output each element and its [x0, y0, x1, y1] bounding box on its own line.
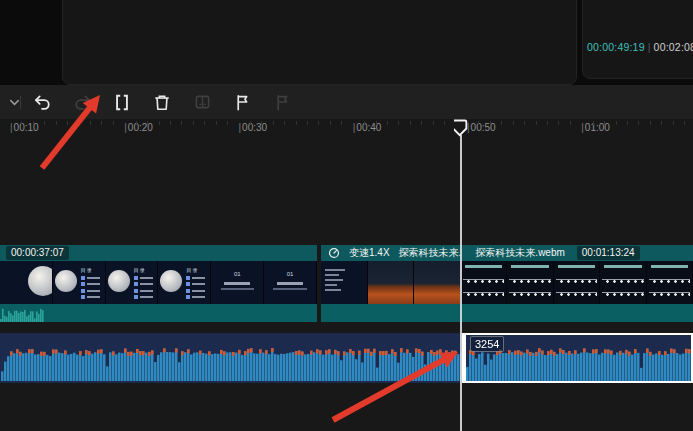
video-thumbnail-people: [507, 261, 554, 304]
clip-thumbnails: [321, 261, 693, 304]
ruler-label: |00:30: [239, 122, 268, 133]
speed-badge: 变速1.4X: [349, 246, 390, 260]
ruler-tick: [421, 121, 422, 125]
video-clip-2[interactable]: 变速1.4X探索科技未来.探索科技未来.webm00:01:13:24: [321, 245, 693, 322]
video-thumbnail-slide: 01: [264, 261, 317, 304]
ruler-tick: [21, 121, 22, 125]
ruler-tick: [536, 121, 537, 125]
ruler-tick: [558, 121, 559, 125]
ruler-tick: [227, 121, 228, 125]
ruler-tick: [296, 121, 297, 125]
ruler-tick: [216, 121, 217, 125]
ruler-tick: [627, 121, 628, 125]
video-thumbnail-toc: 目录: [158, 261, 211, 304]
redo-button[interactable]: [69, 89, 95, 115]
ruler-tick: [284, 121, 285, 125]
player-panel: [582, 0, 693, 79]
ruler-tick: [570, 121, 571, 125]
ruler-tick: [33, 121, 34, 125]
marker-flag-button[interactable]: [229, 89, 255, 115]
total-duration: 00:02:08: [654, 41, 693, 53]
ruler-tick: [593, 121, 594, 125]
ruler-tick: [661, 121, 662, 125]
ruler-tick: [638, 121, 639, 125]
video-editor-window: 00:00:49:19|00:02:08 |00:10|00:20|00:30|…: [0, 0, 693, 431]
ruler-tick: [56, 121, 57, 125]
ruler-tick: [444, 121, 445, 125]
video-thumbnail-toc: 目录: [53, 261, 106, 304]
ruler-tick: [193, 121, 194, 125]
ruler-tick: [673, 121, 674, 125]
video-thumbnail-desert: [414, 261, 461, 304]
tool-mode-chevron-button[interactable]: [1, 89, 27, 115]
time-ruler[interactable]: |00:10|00:20|00:30|00:40|00:50|01:00: [0, 119, 693, 141]
video-clip-1[interactable]: 00:00:37:07目录目录目录0101: [0, 245, 317, 322]
ruler-label: |00:50: [467, 122, 496, 133]
toolbar-separator: [20, 96, 21, 109]
marker-flag-alt-button[interactable]: [269, 89, 295, 115]
ruler-tick: [44, 121, 45, 125]
split-button[interactable]: [109, 89, 135, 115]
ruler-tick: [170, 121, 171, 125]
ruler-label: |00:40: [353, 122, 382, 133]
playhead-line[interactable]: [460, 135, 462, 431]
ruler-tick: [273, 121, 274, 125]
video-thumbnail-people: [461, 261, 508, 304]
ruler-tick: [501, 121, 502, 125]
video-thumbnail-people: [600, 261, 647, 304]
ruler-tick: [181, 121, 182, 125]
playhead-handle[interactable]: [454, 119, 468, 138]
ruler-tick: [101, 121, 102, 125]
ruler-tick: [364, 121, 365, 125]
video-thumbnail-slide: 01: [211, 261, 264, 304]
video-thumbnail-toc: 目录: [106, 261, 159, 304]
clip-audio-mini-waveform: [0, 304, 46, 322]
ruler-tick: [524, 121, 525, 125]
ruler-tick: [147, 121, 148, 125]
ruler-tick: [547, 121, 548, 125]
ruler-tick: [684, 121, 685, 125]
clip-title: 探索科技未来.: [399, 246, 462, 260]
ruler-tick: [79, 121, 80, 125]
clip-audio-strip: [321, 304, 693, 322]
ruler-tick: [318, 121, 319, 125]
ruler-tick: [398, 121, 399, 125]
ruler-tick: [490, 121, 491, 125]
ruler-tick: [616, 121, 617, 125]
clip-header: 00:00:37:07: [0, 245, 317, 261]
clip-filename: 探索科技未来.webm: [475, 246, 564, 260]
clip-header: 变速1.4X探索科技未来.探索科技未来.webm00:01:13:24: [321, 245, 693, 261]
ruler-tick: [387, 121, 388, 125]
ruler-tick: [650, 121, 651, 125]
ruler-tick: [204, 121, 205, 125]
timeline-toolbar: [0, 85, 693, 120]
clip-timecode-badge: 00:00:37:07: [6, 246, 69, 260]
ruler-tick: [478, 121, 479, 125]
audio-clip-label: 3254: [470, 336, 504, 352]
ruler-tick: [604, 121, 605, 125]
ruler-tick: [90, 121, 91, 125]
clip-audio-strip: [0, 304, 317, 322]
ruler-tick: [67, 121, 68, 125]
preview-timecode: 00:00:49:19|00:02:08: [587, 41, 693, 53]
video-thumbnail-textslide: [321, 261, 368, 304]
video-thumbnail-cover: [0, 261, 53, 304]
ruler-label: |00:10: [10, 122, 39, 133]
video-thumbnail-people: [647, 261, 693, 304]
ruler-label: |01:00: [581, 122, 610, 133]
clip-duration-badge: 00:01:13:24: [577, 246, 640, 260]
ruler-tick: [330, 121, 331, 125]
ruler-tick: [376, 121, 377, 125]
ruler-tick: [136, 121, 137, 125]
clip-thumbnails: 目录目录目录0101: [0, 261, 317, 304]
ruler-tick: [159, 121, 160, 125]
media-preview-panel: [62, 0, 577, 85]
freeze-frame-button[interactable]: [189, 89, 215, 115]
undo-button[interactable]: [29, 89, 55, 115]
timecode-divider: |: [645, 41, 654, 53]
delete-button[interactable]: [149, 89, 175, 115]
ruler-tick: [307, 121, 308, 125]
ruler-tick: [410, 121, 411, 125]
current-time: 00:00:49:19: [587, 41, 645, 53]
ruler-tick: [513, 121, 514, 125]
